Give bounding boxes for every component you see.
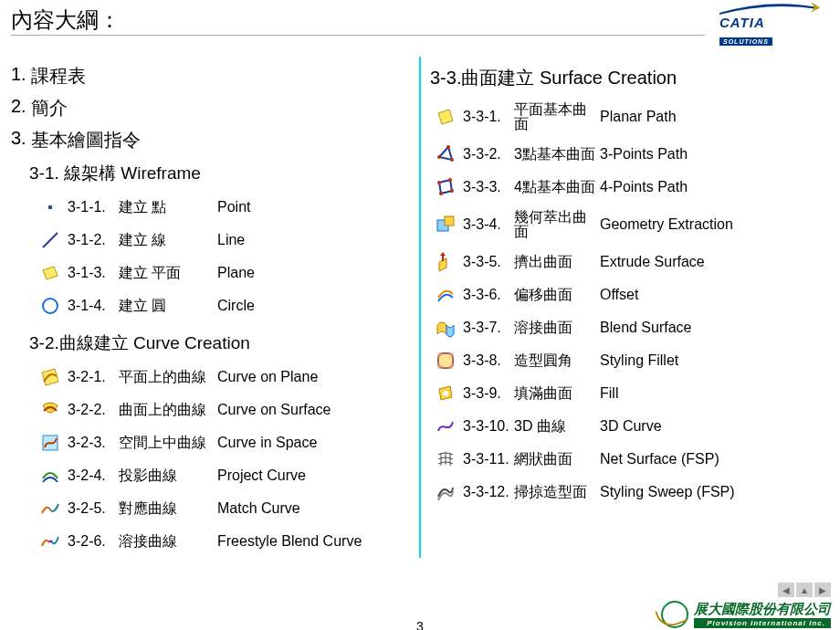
company-logo-block: 展大國際股份有限公司 Piovision International Inc. <box>661 601 831 628</box>
item-label-en: Circle <box>217 299 401 313</box>
vertical-divider <box>419 57 421 558</box>
item-label-zh: 投影曲線 <box>119 468 217 483</box>
point-icon <box>40 197 60 217</box>
3d-curve-icon <box>436 416 456 436</box>
blend-surf-icon <box>436 318 456 338</box>
list-item: 3-3-12.掃掠造型面Styling Sweep (FSP) <box>436 476 820 509</box>
item-index: 3-3-3. <box>463 180 514 194</box>
item-index: 3-2-4. <box>68 468 119 483</box>
item-index: 3-1-1. <box>68 200 119 215</box>
list-item: 3-3-2.3點基本曲面3-Points Path <box>436 138 820 171</box>
svg-point-15 <box>450 189 454 193</box>
item-label-zh: 建立 圓 <box>119 299 217 313</box>
svg-point-16 <box>439 192 443 195</box>
item-label-en: Plane <box>217 266 401 280</box>
list-item: 3-3-7.溶接曲面Blend Surface <box>436 311 820 344</box>
fill-icon <box>436 383 456 404</box>
list-item: 3-2-4.投影曲線Project Curve <box>40 459 401 492</box>
svg-point-11 <box>450 158 454 162</box>
page-title: 內容大綱： <box>11 5 705 36</box>
item-label-zh: 建立 線 <box>119 233 217 247</box>
list-item: 3-3-6.偏移曲面Offset <box>436 278 820 311</box>
list-item: 3-3-5.擠出曲面Extrude Surface <box>436 246 820 278</box>
extrude-icon <box>436 252 456 272</box>
svg-point-9 <box>437 155 441 159</box>
svg-rect-18 <box>445 216 454 226</box>
nav-arrows: ◀ ▲ ▶ <box>661 583 831 597</box>
fillet-icon <box>436 351 456 371</box>
section-3-2-list: 3-2-1.平面上的曲線Curve on Plane3-2-2.曲面上的曲線Cu… <box>40 361 401 558</box>
curve-surface-icon <box>40 400 60 420</box>
item-label-zh: 4點基本曲面 <box>514 180 600 194</box>
item-label-zh: 溶接曲線 <box>119 534 217 549</box>
svg-point-14 <box>448 178 452 182</box>
brand-name: CATIA <box>719 15 765 30</box>
list-item: 3-2-1.平面上的曲線Curve on Plane <box>40 361 401 394</box>
item-label-zh: 溶接曲面 <box>514 320 600 335</box>
nav-prev-icon[interactable]: ◀ <box>778 583 794 597</box>
item-label-en: Planar Path <box>600 110 820 124</box>
section-3-3-list: 3-3-1.平面基本曲面Planar Path3-3-2.3點基本曲面3-Poi… <box>436 96 820 509</box>
list-item: 3-3-10.3D 曲線3D Curve <box>436 410 820 443</box>
header: 內容大綱： CATIA SOLUTIONS <box>0 0 840 47</box>
list-item: 3-2-2.曲面上的曲線Curve on Surface <box>40 394 401 426</box>
item-label-en: Styling Fillet <box>600 353 820 368</box>
blend-curve-icon <box>40 531 60 551</box>
item-label-en: Extrude Surface <box>600 255 820 269</box>
list-item: 3-2-5.對應曲線Match Curve <box>40 492 401 525</box>
list-item: 3-3-9.填滿曲面Fill <box>436 377 820 410</box>
list-item: 3-1-4.建立 圓Circle <box>40 289 401 322</box>
item-label-en: Blend Surface <box>600 320 820 335</box>
item-index: 3-3-7. <box>463 320 514 335</box>
match-curve-icon <box>40 499 60 519</box>
item-label-zh: 建立 平面 <box>119 266 217 280</box>
item-label-en: 3-Points Path <box>600 147 820 162</box>
sweep-icon <box>436 482 456 502</box>
plane-icon <box>40 263 60 283</box>
brand-sub: SOLUTIONS <box>719 37 772 46</box>
item-label-zh: 對應曲線 <box>119 501 217 516</box>
item-index: 3-3-5. <box>463 255 514 269</box>
nav-next-icon[interactable]: ▶ <box>814 583 831 597</box>
item-index: 3-1-3. <box>68 266 119 280</box>
svg-marker-12 <box>439 180 452 194</box>
item-index: 3-3-11. <box>463 452 514 467</box>
curve-space-icon <box>40 433 60 453</box>
item-label-en: Net Surface (FSP) <box>600 452 820 467</box>
list-item: 3-3-4.幾何萃出曲面Geometry Extraction <box>436 204 820 246</box>
item-label-en: 4-Points Path <box>600 180 820 194</box>
item-label-en: Match Curve <box>217 501 401 516</box>
item-label-zh: 平面上的曲線 <box>119 370 217 384</box>
item-label-en: Point <box>217 200 401 215</box>
item-label-zh: 填滿曲面 <box>514 386 600 401</box>
section-3-1-list: 3-1-1.建立 點Point3-1-2.建立 線Line3-1-3.建立 平面… <box>40 191 401 322</box>
footer-right: ◀ ▲ ▶ 展大國際股份有限公司 Piovision International… <box>661 583 831 628</box>
section-3-1-title: 3-1. 線架構 Wireframe <box>29 162 401 185</box>
section-3-2-title: 3-2.曲線建立 Curve Creation <box>29 331 401 355</box>
item-index: 3-2-3. <box>68 436 119 450</box>
toc-item-2: 2. 簡介 <box>11 96 401 121</box>
svg-rect-1 <box>48 205 52 209</box>
page-number: 3 <box>416 619 424 630</box>
item-label-en: Freestyle Blend Curve <box>217 534 401 549</box>
item-label-zh: 擠出曲面 <box>514 255 600 269</box>
list-item: 3-3-11.網狀曲面Net Surface (FSP) <box>436 443 820 476</box>
catia-logo: CATIA SOLUTIONS <box>719 2 829 47</box>
nav-up-icon[interactable]: ▲ <box>796 583 813 597</box>
item-label-en: Project Curve <box>217 468 401 483</box>
section-3-3-title: 3-3.曲面建立 Surface Creation <box>430 66 820 90</box>
offset-icon <box>436 285 456 305</box>
geo-extract-icon <box>436 215 456 235</box>
item-index: 3-1-2. <box>68 233 119 247</box>
list-item: 3-3-1.平面基本曲面Planar Path <box>436 96 820 138</box>
circle-icon <box>40 296 60 316</box>
svg-point-10 <box>446 145 450 149</box>
curve-plane-icon <box>40 367 60 387</box>
toc-item-1: 1. 課程表 <box>11 64 401 89</box>
svg-line-2 <box>43 233 58 247</box>
project-curve-icon <box>40 466 60 486</box>
company-mark-icon <box>661 601 688 628</box>
list-item: 3-3-8.造型圓角Styling Fillet <box>436 344 820 377</box>
item-index: 3-3-4. <box>463 217 514 232</box>
item-index: 3-1-4. <box>68 299 119 313</box>
